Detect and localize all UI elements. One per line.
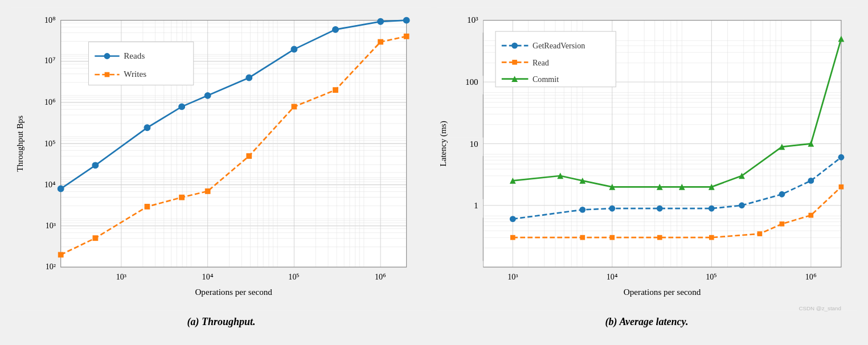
- svg-rect-101: [378, 39, 383, 44]
- svg-rect-192: [609, 235, 615, 240]
- svg-point-189: [838, 154, 844, 161]
- svg-point-92: [403, 17, 410, 23]
- svg-text:10⁴: 10⁴: [202, 272, 214, 281]
- svg-text:10: 10: [469, 139, 478, 149]
- svg-point-183: [609, 206, 615, 212]
- chart-b-title: (b) Average latency.: [605, 316, 689, 328]
- svg-point-88: [246, 75, 252, 81]
- svg-rect-99: [292, 104, 297, 109]
- svg-point-91: [378, 18, 384, 24]
- svg-point-118: [104, 53, 110, 59]
- svg-text:Latency (ms): Latency (ms): [438, 121, 448, 166]
- svg-point-182: [579, 207, 586, 213]
- chart-a-area: 10⁸ 10⁷ 10⁶ 10⁵ 10⁴ 10³ 10² 10³ 10⁴ 10⁵ …: [11, 6, 431, 313]
- svg-rect-121: [105, 72, 110, 77]
- svg-rect-100: [333, 88, 338, 93]
- svg-text:10⁷: 10⁷: [44, 56, 56, 65]
- svg-rect-235: [512, 60, 517, 65]
- svg-text:100: 100: [465, 77, 478, 87]
- svg-point-87: [204, 92, 211, 98]
- svg-text:10⁴: 10⁴: [607, 272, 618, 281]
- svg-text:Read: Read: [533, 58, 549, 67]
- svg-text:10⁵: 10⁵: [288, 272, 300, 281]
- chart-b-wrapper: 10⁻¹ 10⁰ 10¹ 10² 10³ 1 10 100 10³: [437, 6, 857, 328]
- main-container: 10⁸ 10⁷ 10⁶ 10⁵ 10⁴ 10³ 10² 10³ 10⁴ 10⁵ …: [0, 0, 868, 345]
- svg-rect-219: [437, 261, 483, 280]
- svg-text:GetReadVersion: GetReadVersion: [533, 41, 585, 50]
- svg-text:Operations per second: Operations per second: [624, 287, 701, 297]
- svg-text:10⁶: 10⁶: [44, 97, 56, 106]
- chart-a-svg: 10⁸ 10⁷ 10⁶ 10⁵ 10⁴ 10³ 10² 10³ 10⁴ 10⁵ …: [11, 6, 431, 313]
- svg-text:Throughput Bps: Throughput Bps: [15, 116, 24, 172]
- chart-b-svg: 10⁻¹ 10⁰ 10¹ 10² 10³ 1 10 100 10³: [437, 6, 857, 313]
- svg-rect-196: [780, 221, 785, 227]
- svg-rect-195: [758, 231, 763, 236]
- svg-text:Operations per second: Operations per second: [195, 287, 272, 297]
- svg-point-186: [739, 202, 745, 208]
- svg-rect-98: [247, 154, 252, 159]
- svg-rect-94: [93, 236, 98, 241]
- svg-point-83: [58, 186, 64, 192]
- svg-rect-97: [205, 189, 210, 194]
- svg-text:CSDN @z_stand: CSDN @z_stand: [799, 305, 841, 311]
- svg-text:10⁵: 10⁵: [706, 272, 717, 281]
- svg-point-188: [808, 178, 814, 184]
- chart-a-title: (a) Throughput.: [187, 316, 255, 328]
- svg-rect-197: [808, 213, 813, 218]
- svg-point-84: [92, 162, 99, 169]
- svg-text:10³: 10³: [467, 15, 478, 24]
- svg-text:Reads: Reads: [124, 51, 145, 60]
- svg-rect-96: [179, 195, 185, 200]
- svg-text:10⁵: 10⁵: [44, 139, 56, 148]
- chart-a-wrapper: 10⁸ 10⁷ 10⁶ 10⁵ 10⁴ 10³ 10² 10³ 10⁴ 10⁵ …: [11, 6, 431, 328]
- svg-text:10³: 10³: [507, 272, 518, 281]
- svg-text:10⁴: 10⁴: [44, 180, 56, 189]
- svg-rect-194: [709, 235, 714, 240]
- svg-rect-93: [58, 252, 63, 257]
- svg-rect-191: [580, 235, 585, 240]
- svg-point-185: [709, 206, 715, 212]
- svg-point-232: [511, 43, 518, 49]
- svg-text:10³: 10³: [116, 272, 126, 281]
- svg-text:Writes: Writes: [124, 69, 146, 79]
- svg-text:1: 1: [474, 200, 478, 210]
- svg-text:10⁶: 10⁶: [805, 272, 817, 281]
- svg-text:10⁸: 10⁸: [44, 15, 56, 24]
- svg-rect-190: [510, 235, 515, 240]
- svg-point-184: [657, 206, 663, 212]
- svg-rect-95: [145, 204, 150, 210]
- svg-text:Commit: Commit: [533, 75, 559, 84]
- svg-rect-102: [404, 34, 409, 39]
- svg-text:10²: 10²: [46, 262, 56, 272]
- svg-text:10⁶: 10⁶: [375, 272, 386, 281]
- chart-b-area: 10⁻¹ 10⁰ 10¹ 10² 10³ 1 10 100 10³: [437, 6, 857, 313]
- svg-text:10³: 10³: [46, 221, 56, 230]
- svg-point-181: [510, 216, 516, 222]
- svg-point-90: [333, 26, 339, 32]
- svg-rect-193: [657, 235, 662, 240]
- svg-point-89: [291, 46, 297, 52]
- svg-point-85: [144, 125, 150, 131]
- svg-point-86: [179, 104, 185, 110]
- svg-rect-198: [839, 184, 844, 190]
- svg-point-187: [779, 191, 785, 198]
